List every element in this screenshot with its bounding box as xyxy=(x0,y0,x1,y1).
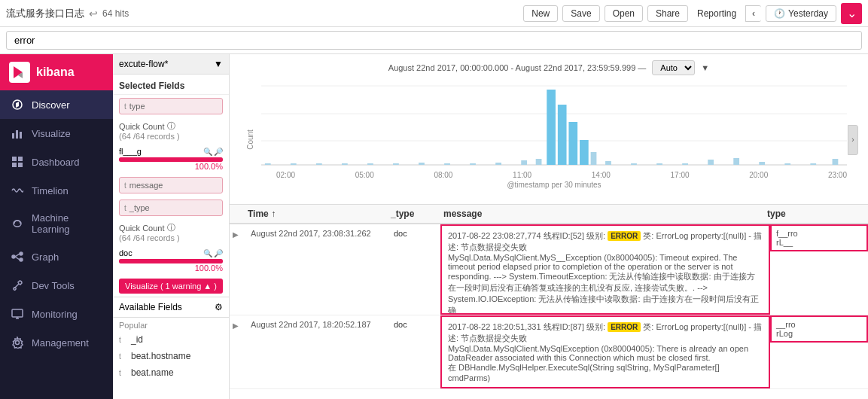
sidebar-item-label-dashboard: Dashboard xyxy=(32,157,80,168)
col-message-header: message xyxy=(443,209,767,219)
table-area: Time ↑ _type message type ▶ August 22nd … xyxy=(230,205,868,399)
magnify-plus-icon[interactable]: 🔍 xyxy=(203,148,212,156)
svg-marker-1 xyxy=(16,102,19,108)
sidebar-item-label-discover: Discover xyxy=(32,99,70,111)
field-bar-1-label: 100.0% xyxy=(119,162,223,171)
chart-dropdown-icon: ▼ xyxy=(701,63,709,72)
available-field-id[interactable]: t _id xyxy=(113,331,229,348)
sidebar-item-devtools[interactable]: Dev Tools xyxy=(0,271,113,300)
sidebar-item-timelion[interactable]: Timelion xyxy=(0,176,113,205)
svg-rect-2 xyxy=(12,133,14,139)
svg-rect-6 xyxy=(18,157,23,161)
chart-container: Count xyxy=(239,78,859,201)
sidebar-item-dashboard[interactable]: Dashboard xyxy=(0,148,113,176)
field-hostname-type-icon: t xyxy=(119,352,128,361)
chart-y-axis: Count xyxy=(239,78,261,201)
chart-collapse-btn[interactable]: › xyxy=(847,78,859,201)
share-button[interactable]: Share xyxy=(647,5,688,22)
time-nav-arrows: ‹ xyxy=(745,5,761,22)
row-doctype-1: doc xyxy=(388,224,440,242)
popular-label: Popular xyxy=(113,318,229,331)
sidebar-item-monitoring[interactable]: Monitoring xyxy=(0,300,113,328)
svg-rect-26 xyxy=(291,163,297,165)
svg-rect-43 xyxy=(631,163,637,165)
quick-count-info-icon-2: ⓘ xyxy=(167,222,175,233)
visualize-warning-button[interactable]: Visualize ( 1 warning ▲ ) xyxy=(119,279,223,294)
field-beatname-type-icon: t xyxy=(119,369,128,377)
svg-point-10 xyxy=(12,255,15,258)
kibana-logo: kibana xyxy=(0,54,113,90)
sidebar-item-label-devtools: Dev Tools xyxy=(32,280,75,291)
time-picker[interactable]: 🕐 Yesterday xyxy=(766,5,836,22)
wave-icon xyxy=(11,184,24,197)
time-label: Yesterday xyxy=(788,8,828,19)
row-expand-btn-2[interactable]: ▶ xyxy=(230,315,245,335)
magnify-plus-icon-2[interactable]: 🔍 xyxy=(203,249,212,257)
available-fields-gear-icon[interactable]: ⚙ xyxy=(215,302,223,312)
available-field-beat-name[interactable]: t beat.name xyxy=(113,364,229,381)
sidebar-item-discover[interactable]: Discover xyxy=(0,90,113,119)
col-type-header: _type xyxy=(391,209,443,219)
chart-time-range: August 22nd 2017, 00:00:00.000 - August … xyxy=(239,60,859,75)
kibana-logo-icon xyxy=(9,62,30,83)
sidebar-item-management[interactable]: Management xyxy=(0,328,113,357)
open-button[interactable]: Open xyxy=(605,5,643,22)
row-time-1: August 22nd 2017, 23:08:31.262 xyxy=(245,224,388,242)
save-button[interactable]: Save xyxy=(562,5,599,22)
sidebar-item-graph[interactable]: Graph xyxy=(0,242,113,271)
svg-rect-30 xyxy=(393,163,399,165)
svg-rect-4 xyxy=(20,132,22,139)
sidebar-item-label-ml: Machine Learning xyxy=(32,212,102,235)
svg-rect-28 xyxy=(342,163,348,165)
sidebar-item-visualize[interactable]: Visualize xyxy=(0,119,113,148)
_type-type-icon: t xyxy=(124,204,126,212)
type-icon: t xyxy=(124,102,126,111)
top-nav: 流式服务接口日志 ↩ 64 hits New Save Open Share R… xyxy=(0,0,868,27)
reporting-link[interactable]: Reporting xyxy=(693,6,741,21)
chart-svg xyxy=(261,78,847,169)
nav-title: 流式服务接口日志 xyxy=(6,7,84,20)
svg-rect-40 xyxy=(580,140,589,165)
new-button[interactable]: New xyxy=(523,5,558,22)
sidebar-item-label-visualize: Visualize xyxy=(32,128,71,139)
field-bar-1-name: fl___g xyxy=(119,147,200,156)
time-expand-button[interactable]: ⌄ xyxy=(841,3,862,24)
svg-rect-42 xyxy=(605,161,611,165)
svg-point-20 xyxy=(16,341,20,345)
selected-field-type[interactable]: t type xyxy=(119,98,223,114)
svg-rect-34 xyxy=(495,163,501,165)
selected-field-message[interactable]: t message xyxy=(119,177,223,193)
field-id-type-icon: t xyxy=(119,336,128,344)
sidebar-item-label-graph: Graph xyxy=(32,251,59,263)
main-content: August 22nd 2017, 00:00:00.000 - August … xyxy=(230,54,868,399)
available-field-beat-hostname[interactable]: t beat.hostname xyxy=(113,348,229,364)
svg-rect-37 xyxy=(547,90,556,165)
chart-auto-select[interactable]: Auto xyxy=(652,60,695,75)
row-doctype-2: doc xyxy=(388,315,440,334)
index-selector[interactable]: excute-flow* ▼ xyxy=(113,54,229,75)
index-dropdown-icon: ▼ xyxy=(214,59,223,69)
row-message-1: 2017-08-22 23:08:27,774 线程ID:[52] 级别: ER… xyxy=(440,224,770,315)
sidebar-item-ml[interactable]: Machine Learning xyxy=(0,205,113,242)
field-bar-2-label: 100.0% xyxy=(119,263,223,273)
svg-point-12 xyxy=(20,258,23,261)
svg-rect-50 xyxy=(810,163,816,165)
error-badge-2: ERROR xyxy=(608,322,641,332)
row-expand-btn-1[interactable]: ▶ xyxy=(230,224,245,244)
svg-rect-31 xyxy=(419,163,425,165)
col-time-header[interactable]: Time ↑ xyxy=(248,209,391,219)
selected-field-_type[interactable]: t _type xyxy=(119,200,223,216)
magnify-minus-icon[interactable]: 🔎 xyxy=(214,148,223,156)
svg-rect-27 xyxy=(316,163,322,165)
svg-rect-51 xyxy=(833,159,839,165)
svg-rect-35 xyxy=(521,160,527,165)
search-input[interactable] xyxy=(6,31,862,50)
row-type-2: __rro rLog xyxy=(770,315,868,343)
bar-chart-icon xyxy=(11,126,24,140)
chart-area: August 22nd 2017, 00:00:00.000 - August … xyxy=(230,54,868,205)
nav-undo-icon[interactable]: ↩ xyxy=(89,8,98,20)
svg-rect-45 xyxy=(682,163,688,165)
error-badge-1: ERROR xyxy=(608,231,641,241)
time-prev-button[interactable]: ‹ xyxy=(745,5,761,22)
magnify-minus-icon-2[interactable]: 🔎 xyxy=(214,249,223,257)
